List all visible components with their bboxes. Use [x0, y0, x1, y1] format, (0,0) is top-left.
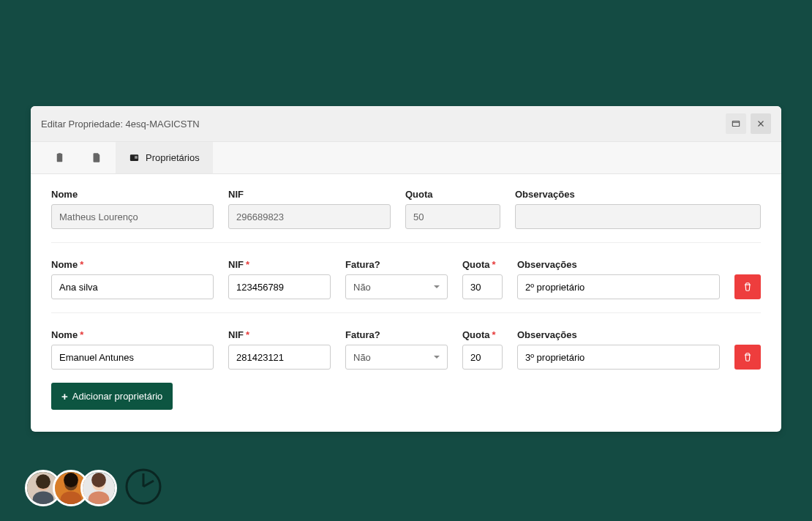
- person-card-icon: [129, 152, 140, 163]
- tab-documents[interactable]: [78, 142, 116, 173]
- modal-edit-property: Editar Propriedade: 4esq-MAGICSTN Propri…: [31, 106, 781, 432]
- delete-owner-button[interactable]: [734, 274, 761, 299]
- label-fatura: Fatura?: [345, 259, 448, 270]
- field-obs: Observações: [517, 259, 720, 299]
- nif-input[interactable]: [228, 274, 331, 299]
- modal-body: Nome NIF Quota Observações Nome*: [31, 174, 781, 432]
- primary-obs-input: [515, 204, 761, 229]
- label-obs: Observações: [515, 189, 761, 200]
- trash-icon: [743, 352, 753, 362]
- label-obs: Observações: [517, 259, 720, 270]
- field-nome: Nome*: [51, 259, 214, 299]
- label-nif: NIF*: [228, 329, 331, 340]
- field-quota: Quota*: [462, 259, 503, 299]
- bottom-overlay: [25, 468, 162, 508]
- primary-nome-input: [51, 204, 214, 229]
- add-owner-label: Adicionar proprietário: [72, 391, 163, 402]
- tab-details[interactable]: [41, 142, 78, 173]
- clipboard-icon: [54, 152, 65, 163]
- owner-row: Nome* NIF* Fatura? Não Quota* Observaçõe…: [51, 242, 761, 299]
- add-owner-button[interactable]: + Adicionar proprietário: [51, 383, 173, 410]
- primary-owner-row: Nome NIF Quota Observações: [51, 189, 761, 229]
- primary-quota-input: [405, 204, 500, 229]
- svg-rect-7: [135, 158, 138, 159]
- label-quota: Quota*: [462, 329, 503, 340]
- tab-owners-label: Proprietários: [146, 152, 200, 163]
- tab-owners[interactable]: Proprietários: [116, 142, 213, 173]
- field-primary-quota: Quota: [405, 189, 500, 229]
- quota-input[interactable]: [462, 274, 503, 299]
- trash-icon: [743, 282, 753, 292]
- avatar: [80, 470, 117, 506]
- label-obs: Observações: [517, 329, 720, 340]
- svg-point-11: [36, 474, 50, 489]
- label-quota: Quota*: [462, 259, 503, 270]
- field-primary-obs: Observações: [515, 189, 761, 229]
- svg-point-15: [64, 473, 78, 487]
- field-quota: Quota*: [462, 329, 503, 370]
- field-obs: Observações: [517, 329, 720, 370]
- maximize-icon: [731, 119, 741, 129]
- nome-input[interactable]: [51, 345, 214, 370]
- close-icon: [756, 119, 766, 129]
- field-fatura: Fatura? Não: [345, 329, 448, 370]
- nome-input[interactable]: [51, 274, 214, 299]
- close-button[interactable]: [751, 113, 771, 134]
- owner-row: Nome* NIF* Fatura? Não Quota* Observaçõe…: [51, 312, 761, 370]
- modal-title: Editar Propriedade: 4esq-MAGICSTN: [41, 119, 200, 130]
- fatura-select[interactable]: Não: [345, 274, 448, 299]
- svg-point-5: [132, 157, 134, 159]
- plus-icon: +: [61, 390, 68, 402]
- delete-owner-button[interactable]: [734, 345, 761, 370]
- primary-nif-input: [228, 204, 391, 229]
- field-primary-nif: NIF: [228, 189, 391, 229]
- label-nome: Nome*: [51, 259, 214, 270]
- file-icon: [91, 152, 102, 163]
- obs-input[interactable]: [517, 274, 720, 299]
- svg-rect-0: [732, 121, 739, 127]
- field-fatura: Fatura? Não: [345, 259, 448, 299]
- label-nome: Nome: [51, 189, 214, 200]
- maximize-button[interactable]: [726, 113, 746, 134]
- tabs: Proprietários: [31, 142, 781, 174]
- field-primary-nome: Nome: [51, 189, 214, 229]
- fatura-select[interactable]: Não: [345, 345, 448, 370]
- obs-input[interactable]: [517, 345, 720, 370]
- svg-line-22: [143, 481, 154, 487]
- quota-input[interactable]: [462, 345, 503, 370]
- modal-header: Editar Propriedade: 4esq-MAGICSTN: [31, 106, 781, 142]
- field-nif: NIF*: [228, 259, 331, 299]
- field-nome: Nome*: [51, 329, 214, 370]
- label-nif: NIF: [228, 189, 391, 200]
- nif-input[interactable]: [228, 345, 331, 370]
- label-nome: Nome*: [51, 329, 214, 340]
- svg-point-19: [91, 473, 106, 487]
- field-nif: NIF*: [228, 329, 331, 370]
- modal-controls: [726, 113, 771, 134]
- label-fatura: Fatura?: [345, 329, 448, 340]
- label-quota: Quota: [405, 189, 500, 200]
- clock-icon: [124, 468, 162, 508]
- svg-rect-6: [135, 157, 138, 157]
- label-nif: NIF*: [228, 259, 331, 270]
